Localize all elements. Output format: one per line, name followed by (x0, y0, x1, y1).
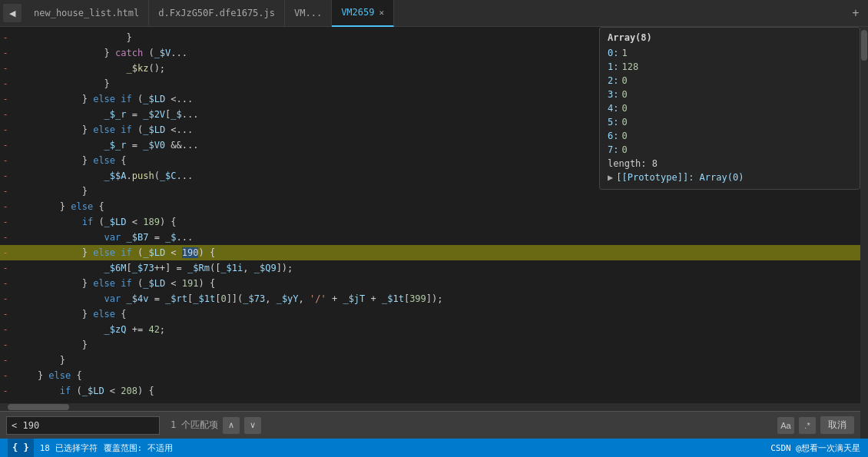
hover-panel-title: Array(8) (608, 32, 852, 43)
hover-item-6: 6: 0 (608, 129, 852, 143)
hover-item-4: 4: 0 (608, 101, 852, 115)
h-scrollbar-thumb[interactable] (8, 404, 69, 410)
tab-fxjz[interactable]: d.FxJzG50F.dfe1675.js (149, 0, 285, 27)
code-line-else3: - } else { (0, 306, 860, 322)
code-area: Array(8) 0: 1 1: 128 2: 0 3: 0 (0, 27, 860, 439)
code-line-if190-highlighted: - } else if (_$LD < 190) { (0, 245, 860, 260)
status-coverage: 覆盖范围: 不适用 (104, 442, 173, 454)
tab-label-active: VM2659 (341, 7, 374, 18)
v-scrollbar-thumb[interactable] (861, 30, 867, 61)
v-scrollbar[interactable] (860, 27, 868, 439)
search-regex-button[interactable]: .* (799, 417, 816, 434)
status-selection-info: 18 已选择字符 (40, 442, 98, 454)
hover-proto-arrow[interactable]: ▶ (608, 171, 613, 184)
code-line-varb7: - var _$B7 = _$... (0, 230, 860, 245)
code-content[interactable]: Array(8) 0: 1 1: 128 2: 0 3: 0 (0, 27, 860, 403)
hover-item-7: 7: 0 (608, 143, 852, 157)
code-line-6m: - _$6M[_$73++] = _$Rm([_$1i, _$Q9]); (0, 260, 860, 276)
search-next-button[interactable]: ∨ (244, 417, 261, 434)
h-scrollbar[interactable] (0, 403, 860, 411)
status-braces: { } (8, 439, 34, 457)
search-prev-button[interactable]: ∧ (223, 417, 240, 434)
hover-item-3: 3: 0 (608, 88, 852, 101)
hover-item-0: 0: 1 (608, 46, 852, 60)
tab-bar: ◀ new_house_list.html d.FxJzG50F.dfe1675… (0, 0, 868, 27)
code-line-else2: - } else { (0, 199, 860, 214)
tab-label: new_house_list.html (34, 8, 139, 18)
hover-item-5: 5: 0 (608, 115, 852, 129)
search-input[interactable] (6, 416, 160, 435)
code-line-else4: - } else { (0, 368, 860, 383)
tab-vm[interactable]: VM... (285, 0, 332, 27)
hover-proto[interactable]: ▶ [[Prototype]]: Array(0) (608, 171, 852, 184)
code-line-if189: - if (_$LD < 189) { (0, 214, 860, 230)
status-bar: { } 18 已选择字符 覆盖范围: 不适用 CSDN @想看一次满天星 (0, 439, 868, 457)
main-area: Array(8) 0: 1 1: 128 2: 0 3: 0 (0, 27, 868, 439)
tab-new-house[interactable]: new_house_list.html (25, 0, 149, 27)
code-line-if191: - } else if (_$LD < 191) { (0, 276, 860, 291)
code-line-close4: - } (0, 353, 860, 368)
search-match-info: 1 个匹配项 (171, 419, 218, 432)
hover-length: length: 8 (608, 157, 852, 171)
tab-add-button[interactable]: + (846, 4, 865, 22)
search-cancel-button[interactable]: 取消 (820, 416, 854, 434)
hover-item-2: 2: 0 (608, 74, 852, 88)
tab-label: d.FxJzG50F.dfe1675.js (158, 8, 275, 18)
tab-label: VM... (294, 8, 322, 18)
code-line-close3: - } (0, 337, 860, 353)
code-line-zq42: - _$zQ += 42; (0, 322, 860, 337)
status-watermark: CSDN @想看一次满天星 (770, 442, 860, 454)
tab-close-icon[interactable]: ✕ (379, 8, 384, 18)
code-line-if208: - if (_$LD < 208) { (0, 383, 860, 399)
search-bar: 1 个匹配项 ∧ ∨ Aa .* 取消 (0, 411, 860, 439)
hover-panel: Array(8) 0: 1 1: 128 2: 0 3: 0 (599, 27, 860, 190)
hover-item-1: 1: 128 (608, 60, 852, 74)
tab-vm2659[interactable]: VM2659 ✕ (332, 0, 394, 27)
code-line-var4v: - var _$4v = _$rt[_$1t[0]](_$73, _$yY, '… (0, 291, 860, 306)
search-case-sensitive-button[interactable]: Aa (777, 417, 794, 434)
tab-nav-back[interactable]: ◀ (3, 4, 22, 22)
